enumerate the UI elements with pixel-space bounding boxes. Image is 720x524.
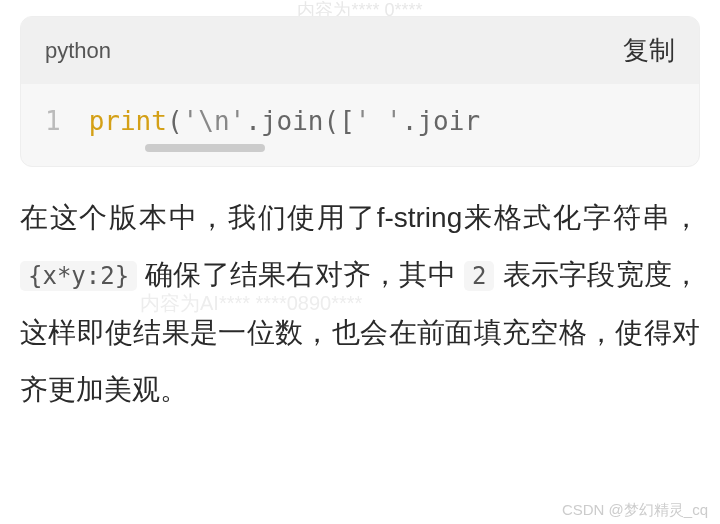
inline-code-width: 2 (464, 261, 494, 291)
line-number: 1 (45, 106, 61, 136)
copy-button[interactable]: 复制 (623, 33, 675, 68)
scroll-indicator[interactable] (145, 144, 265, 152)
code-token-string: ' ' (355, 106, 402, 136)
code-language-label: python (45, 38, 111, 64)
description-text: 在这个版本中，我们使用了f-string来格式化字符串， {x*y:2} 确保了… (20, 189, 700, 419)
attribution-label: CSDN @梦幻精灵_cq (562, 501, 708, 520)
desc-part2: 确保了结果右对齐，其中 (145, 259, 456, 290)
desc-part1: 在这个版本中，我们使用了f-string来格式化字符串， (20, 202, 700, 233)
code-token-string: '\n' (183, 106, 246, 136)
code-token-print: print (89, 106, 167, 136)
code-token: . (402, 106, 418, 136)
inline-code-fstring: {x*y:2} (20, 261, 137, 291)
code-token: . (245, 106, 261, 136)
code-header: python 复制 (21, 17, 699, 84)
code-token: ( (167, 106, 183, 136)
code-body: 1print('\n'.join([' '.joir (21, 84, 699, 166)
code-token: joir (417, 106, 480, 136)
code-token: join (261, 106, 324, 136)
code-token: ([ (324, 106, 355, 136)
code-block: python 复制 1print('\n'.join([' '.joir (20, 16, 700, 167)
